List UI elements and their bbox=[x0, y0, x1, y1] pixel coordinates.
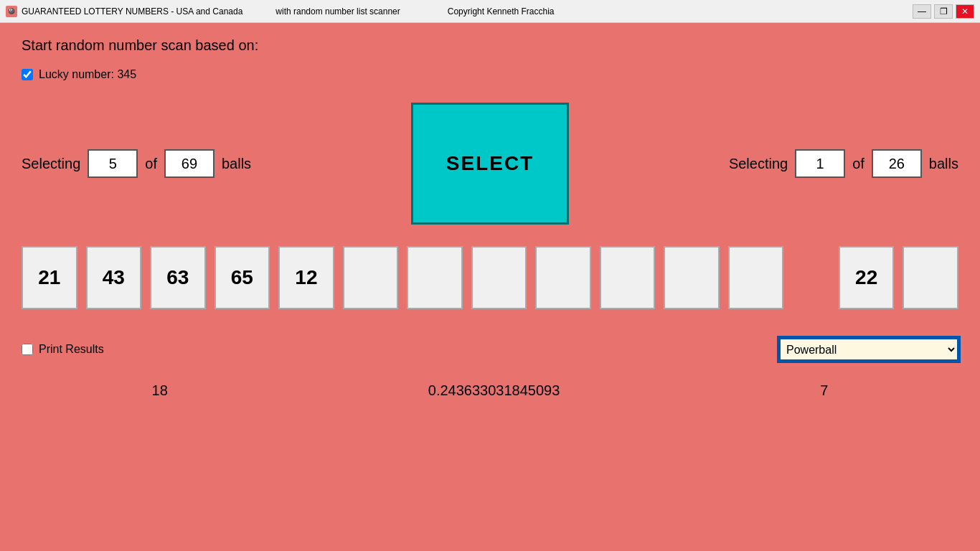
close-button[interactable]: ✕ bbox=[956, 4, 974, 19]
title-bar: 🎱 GUARANTEED LOTTERY NUMBERS - USA and C… bbox=[0, 0, 980, 23]
window-controls: — ❐ ✕ bbox=[913, 4, 974, 19]
stats-row: 18 0.243633031845093 7 bbox=[22, 382, 958, 399]
right-of-label: of bbox=[852, 156, 864, 172]
main-content: Start random number scan based on: Lucky… bbox=[0, 23, 980, 551]
ball-6 bbox=[343, 246, 399, 309]
app-subtitle: with random number list scanner bbox=[275, 6, 400, 17]
ball-7 bbox=[407, 246, 463, 309]
restore-button[interactable]: ❐ bbox=[934, 4, 953, 19]
power-ball-2 bbox=[903, 246, 958, 309]
ball-3: 63 bbox=[150, 246, 206, 309]
left-count-input[interactable] bbox=[88, 149, 138, 178]
minimize-button[interactable]: — bbox=[913, 4, 931, 19]
ball-11 bbox=[664, 246, 720, 309]
lucky-number-row: Lucky number: 345 bbox=[22, 68, 958, 81]
header-section: Start random number scan based on: bbox=[22, 37, 958, 54]
app-icon: 🎱 bbox=[6, 6, 17, 17]
bottom-section: Print Results Powerball Mega Millions Lo… bbox=[22, 338, 958, 361]
lucky-checkbox[interactable] bbox=[22, 69, 33, 80]
ball-1: 21 bbox=[22, 246, 77, 309]
right-selector-group: Selecting of balls bbox=[729, 149, 958, 178]
right-total-input[interactable] bbox=[872, 149, 922, 178]
select-button[interactable]: SELECT bbox=[411, 103, 569, 225]
ball-4: 65 bbox=[215, 246, 270, 309]
left-selecting-label: Selecting bbox=[22, 156, 80, 172]
stat-value-2: 0.243633031845093 bbox=[428, 382, 560, 399]
right-count-input[interactable] bbox=[795, 149, 845, 178]
balls-section: 21 43 63 65 12 22 bbox=[22, 246, 958, 309]
right-selecting-label: Selecting bbox=[729, 156, 788, 172]
title-bar-left: 🎱 GUARANTEED LOTTERY NUMBERS - USA and C… bbox=[6, 6, 555, 17]
header-label: Start random number scan based on: bbox=[22, 37, 258, 53]
ball-5: 12 bbox=[278, 246, 334, 309]
right-balls-label: balls bbox=[929, 156, 958, 172]
stat-value-1: 18 bbox=[152, 382, 168, 399]
lucky-label: Lucky number: 345 bbox=[39, 68, 136, 81]
left-balls-label: balls bbox=[222, 156, 251, 172]
ball-2: 43 bbox=[86, 246, 142, 309]
left-total-input[interactable] bbox=[164, 149, 215, 178]
print-row: Print Results bbox=[22, 343, 104, 356]
stat-value-3: 7 bbox=[820, 382, 828, 399]
power-ball-1: 22 bbox=[839, 246, 895, 309]
ball-12 bbox=[728, 246, 784, 309]
select-section: Selecting of balls SELECT Selecting of b… bbox=[22, 103, 958, 225]
copyright-text: Copyright Kenneth Fracchia bbox=[448, 6, 555, 17]
ball-10 bbox=[600, 246, 656, 309]
ball-8 bbox=[471, 246, 527, 309]
app-title: GUARANTEED LOTTERY NUMBERS - USA and Can… bbox=[22, 6, 242, 17]
print-label: Print Results bbox=[39, 343, 104, 356]
left-selector-group: Selecting of balls bbox=[22, 149, 251, 178]
print-checkbox[interactable] bbox=[22, 344, 33, 355]
left-of-label: of bbox=[145, 156, 157, 172]
lottery-dropdown[interactable]: Powerball Mega Millions Lotto Max 649 bbox=[779, 338, 958, 361]
ball-9 bbox=[535, 246, 591, 309]
